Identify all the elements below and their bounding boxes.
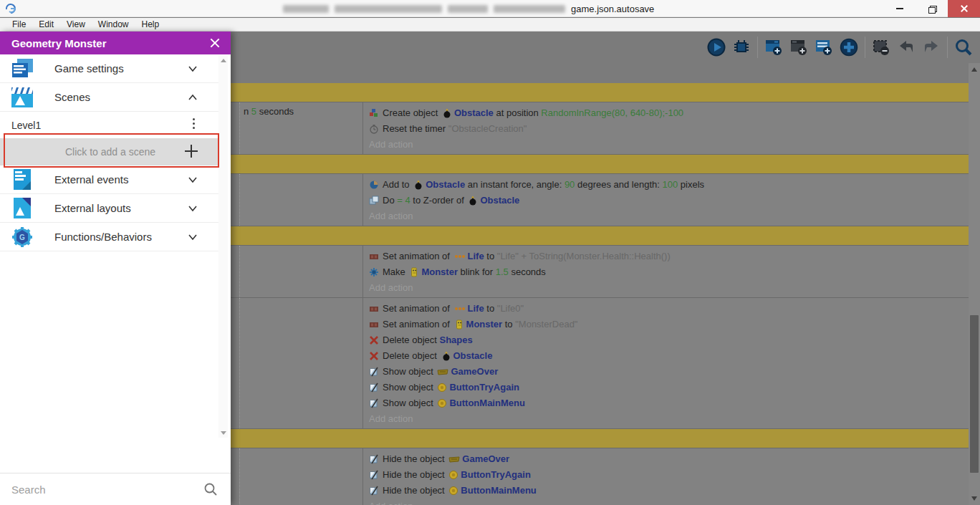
window-titlebar: game.json.autosave <box>0 0 980 17</box>
menu-view[interactable]: View <box>60 18 92 32</box>
scroll-up-icon[interactable] <box>971 67 977 72</box>
menu-help[interactable]: Help <box>135 18 166 32</box>
add-comment-icon[interactable] <box>815 38 833 57</box>
actions-cell[interactable]: Set animation of Life to "Life" + ToStri… <box>363 246 969 297</box>
restore-button[interactable] <box>916 0 948 17</box>
button-icon <box>437 398 447 408</box>
event-row[interactable]: Add to Obstacle an instant force, angle:… <box>231 173 969 226</box>
actions-cell[interactable]: Set animation of Life to "Life0"Set anim… <box>363 298 969 428</box>
remove-event-icon[interactable] <box>872 38 890 57</box>
event-drag-handle[interactable] <box>231 298 240 428</box>
menu-bar: File Edit View Window Help <box>0 18 980 32</box>
actions-cell[interactable]: Add to Obstacle an instant force, angle:… <box>363 174 969 226</box>
add-event-icon[interactable] <box>764 38 783 57</box>
actions-cell[interactable]: Hide the object GameOverHide the object … <box>363 448 969 505</box>
add-action-button[interactable]: Add action <box>369 280 964 296</box>
event-drag-handle[interactable] <box>231 174 240 226</box>
scrollbar-thumb[interactable] <box>970 315 979 473</box>
search-bar[interactable]: Search <box>0 473 231 505</box>
event-drag-handle[interactable] <box>231 448 240 505</box>
menu-edit[interactable]: Edit <box>32 18 60 32</box>
close-window-button[interactable] <box>948 0 980 17</box>
action-line[interactable]: Do = 4 to Z-order of Obstacle <box>369 193 964 208</box>
action-line[interactable]: Hide the object GameOver <box>369 451 964 467</box>
undo-icon[interactable] <box>897 38 916 57</box>
action-line[interactable]: Set animation of Life to "Life0" <box>369 301 964 317</box>
action-line[interactable]: Make Monster blink for 1.5 seconds <box>369 264 964 280</box>
close-drawer-icon[interactable] <box>209 37 221 49</box>
minimize-button[interactable] <box>883 0 916 17</box>
action-line[interactable]: Reset the timer "ObstacleCreation" <box>369 121 964 137</box>
event-row[interactable]: Set animation of Life to "Life" + ToStri… <box>231 245 969 298</box>
scene-options-icon[interactable] <box>193 118 195 129</box>
drawer-scrollbar[interactable] <box>218 56 228 438</box>
scroll-down-icon[interactable] <box>971 496 977 501</box>
add-action-button[interactable]: Add action <box>369 137 964 153</box>
action-text: = <box>397 193 405 208</box>
animation-icon <box>369 319 379 330</box>
search-toolbar-icon[interactable] <box>954 38 973 57</box>
redo-icon[interactable] <box>922 38 941 57</box>
event-drag-handle[interactable] <box>231 246 240 297</box>
action-line[interactable]: Show object ButtonTryAgain <box>369 380 964 395</box>
action-line[interactable]: Set animation of Life to "Life" + ToStri… <box>369 249 964 264</box>
add-action-button[interactable]: Add action <box>369 499 964 505</box>
action-text: Delete object <box>383 332 440 348</box>
conditions-cell[interactable]: n 5 seconds <box>240 102 363 154</box>
action-line[interactable]: Show object ButtonMainMenu <box>369 395 964 411</box>
event-row[interactable]: Set animation of Life to "Life0"Set anim… <box>231 298 969 429</box>
add-action-button[interactable]: Add action <box>369 208 964 224</box>
menu-file[interactable]: File <box>6 18 32 32</box>
sidebar-item-external-layouts[interactable]: External layouts <box>0 194 221 223</box>
add-scene-button[interactable]: Click to add a scene <box>0 138 221 165</box>
action-line[interactable]: Create object Obstacle at position Rando… <box>369 105 964 121</box>
action-line[interactable]: Set animation of Monster to "MonsterDead… <box>369 317 964 332</box>
comment-block[interactable] <box>231 429 969 448</box>
add-plus-icon[interactable] <box>840 38 858 57</box>
sidebar-item-game-settings[interactable]: Game settings <box>0 54 221 83</box>
actions-cell[interactable]: Create object Obstacle at position Rando… <box>363 102 969 154</box>
action-line[interactable]: Show object GameOver <box>369 364 964 380</box>
action-text: to <box>484 301 497 317</box>
action-text: Set animation of <box>383 317 453 332</box>
action-line[interactable]: Hide the object ButtonTryAgain <box>369 467 964 483</box>
visibility-icon <box>369 470 379 480</box>
sidebar-item-external-events[interactable]: External events <box>0 165 221 194</box>
conditions-cell[interactable] <box>240 174 363 226</box>
comment-block[interactable] <box>231 226 969 245</box>
action-text: "Life0" <box>497 301 524 317</box>
add-subevent-icon[interactable] <box>789 38 808 57</box>
project-manager-drawer: Geometry Monster Game settings Scenes Le… <box>0 32 231 505</box>
event-drag-handle[interactable] <box>231 102 240 154</box>
scroll-down-icon[interactable] <box>221 431 226 435</box>
search-input[interactable]: Search <box>11 484 46 496</box>
button-icon <box>448 486 458 496</box>
gameover-icon <box>437 367 448 377</box>
conditions-cell[interactable] <box>240 246 363 297</box>
events-scrollbar[interactable] <box>969 63 980 505</box>
sidebar-item-functions-behaviors[interactable]: G Functions/Behaviors <box>0 223 221 251</box>
comment-block[interactable] <box>231 83 969 102</box>
action-text: Reset the timer <box>383 121 448 137</box>
conditions-cell[interactable] <box>240 448 363 505</box>
event-row[interactable]: n 5 secondsCreate object Obstacle at pos… <box>231 102 969 155</box>
action-line[interactable]: Delete object Obstacle <box>369 348 964 364</box>
action-text: Set animation of <box>383 249 453 264</box>
conditions-cell[interactable] <box>240 298 363 428</box>
event-row[interactable]: Hide the object GameOverHide the object … <box>231 448 969 505</box>
visibility-icon <box>369 367 379 377</box>
comment-block[interactable] <box>231 155 969 173</box>
action-text: to <box>484 249 497 264</box>
menu-window[interactable]: Window <box>92 18 135 32</box>
animation-icon <box>369 304 379 314</box>
close-icon <box>961 5 968 12</box>
action-line[interactable]: Hide the object ButtonMainMenu <box>369 483 964 499</box>
debug-icon[interactable] <box>732 38 751 57</box>
action-line[interactable]: Delete object Shapes <box>369 332 964 348</box>
action-line[interactable]: Add to Obstacle an instant force, angle:… <box>369 177 964 193</box>
sidebar-item-scenes[interactable]: Scenes <box>0 83 221 112</box>
scene-item-level1[interactable]: Level1 <box>0 112 221 138</box>
add-action-button[interactable]: Add action <box>369 411 964 427</box>
play-icon[interactable] <box>707 38 726 57</box>
scroll-up-icon[interactable] <box>221 59 226 62</box>
